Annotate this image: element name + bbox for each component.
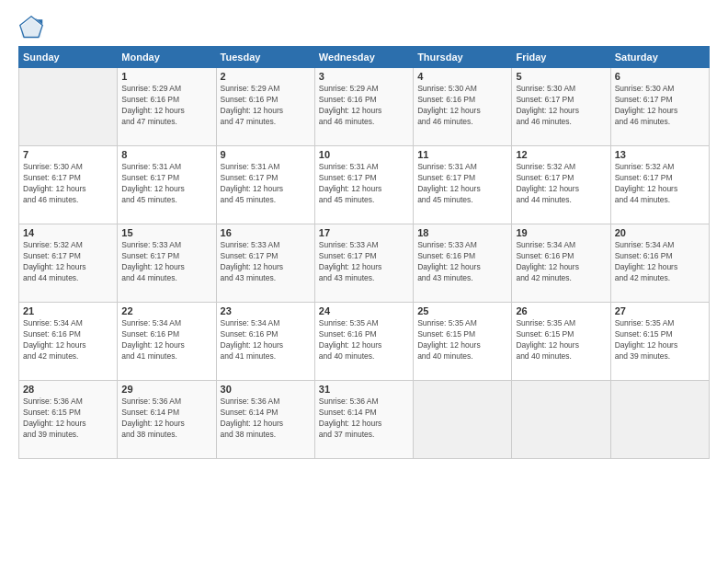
day-cell: 22Sunrise: 5:34 AM Sunset: 6:16 PM Dayli… (118, 303, 216, 381)
week-row-2: 7Sunrise: 5:30 AM Sunset: 6:17 PM Daylig… (19, 146, 710, 224)
day-number: 9 (221, 149, 311, 160)
day-number: 8 (121, 149, 211, 160)
day-number: 13 (615, 149, 705, 160)
day-cell: 16Sunrise: 5:33 AM Sunset: 6:17 PM Dayli… (216, 224, 314, 303)
day-info: Sunrise: 5:35 AM Sunset: 6:15 PM Dayligh… (516, 318, 606, 362)
day-number: 31 (319, 384, 409, 395)
day-number: 2 (221, 71, 311, 82)
day-number: 5 (516, 71, 606, 82)
day-number: 3 (319, 71, 409, 82)
day-cell: 17Sunrise: 5:33 AM Sunset: 6:17 PM Dayli… (314, 224, 413, 303)
week-row-3: 14Sunrise: 5:32 AM Sunset: 6:17 PM Dayli… (19, 224, 710, 303)
day-cell: 6Sunrise: 5:30 AM Sunset: 6:17 PM Daylig… (610, 68, 709, 146)
day-number: 23 (221, 305, 311, 316)
col-header-saturday: Saturday (610, 47, 709, 68)
logo (18, 15, 48, 40)
day-number: 28 (23, 384, 113, 395)
day-number: 16 (221, 227, 311, 238)
day-cell: 30Sunrise: 5:36 AM Sunset: 6:14 PM Dayli… (216, 381, 314, 459)
calendar-table: SundayMondayTuesdayWednesdayThursdayFrid… (18, 46, 710, 459)
day-cell: 3Sunrise: 5:29 AM Sunset: 6:16 PM Daylig… (314, 68, 413, 146)
day-number: 18 (417, 227, 507, 238)
day-info: Sunrise: 5:32 AM Sunset: 6:17 PM Dayligh… (615, 162, 705, 206)
week-row-5: 28Sunrise: 5:36 AM Sunset: 6:15 PM Dayli… (19, 381, 710, 459)
day-info: Sunrise: 5:36 AM Sunset: 6:14 PM Dayligh… (121, 396, 211, 441)
header (18, 15, 710, 40)
svg-marker-0 (22, 18, 41, 38)
day-info: Sunrise: 5:34 AM Sunset: 6:16 PM Dayligh… (516, 240, 606, 284)
logo-icon (18, 15, 44, 40)
day-cell (19, 68, 118, 146)
col-header-sunday: Sunday (19, 47, 118, 68)
col-header-friday: Friday (512, 47, 610, 68)
day-cell: 1Sunrise: 5:29 AM Sunset: 6:16 PM Daylig… (118, 68, 216, 146)
day-cell: 10Sunrise: 5:31 AM Sunset: 6:17 PM Dayli… (314, 146, 413, 224)
day-number: 19 (516, 227, 606, 238)
day-cell: 27Sunrise: 5:35 AM Sunset: 6:15 PM Dayli… (610, 303, 709, 381)
day-cell: 18Sunrise: 5:33 AM Sunset: 6:16 PM Dayli… (414, 224, 512, 303)
day-info: Sunrise: 5:33 AM Sunset: 6:16 PM Dayligh… (417, 240, 507, 284)
day-number: 10 (319, 149, 409, 160)
day-number: 24 (319, 305, 409, 316)
day-number: 6 (615, 71, 705, 82)
day-info: Sunrise: 5:35 AM Sunset: 6:15 PM Dayligh… (615, 318, 705, 362)
day-number: 11 (417, 149, 507, 160)
day-info: Sunrise: 5:31 AM Sunset: 6:17 PM Dayligh… (221, 162, 311, 206)
day-info: Sunrise: 5:35 AM Sunset: 6:15 PM Dayligh… (417, 318, 507, 362)
day-cell: 24Sunrise: 5:35 AM Sunset: 6:16 PM Dayli… (314, 303, 413, 381)
day-info: Sunrise: 5:30 AM Sunset: 6:17 PM Dayligh… (516, 84, 606, 128)
day-number: 4 (417, 71, 507, 82)
day-cell: 11Sunrise: 5:31 AM Sunset: 6:17 PM Dayli… (414, 146, 512, 224)
day-number: 14 (23, 227, 113, 238)
day-cell: 7Sunrise: 5:30 AM Sunset: 6:17 PM Daylig… (19, 146, 118, 224)
day-info: Sunrise: 5:33 AM Sunset: 6:17 PM Dayligh… (121, 240, 211, 284)
day-info: Sunrise: 5:32 AM Sunset: 6:17 PM Dayligh… (516, 162, 606, 206)
day-cell: 19Sunrise: 5:34 AM Sunset: 6:16 PM Dayli… (512, 224, 610, 303)
day-info: Sunrise: 5:34 AM Sunset: 6:16 PM Dayligh… (615, 240, 705, 284)
day-number: 15 (121, 227, 211, 238)
day-info: Sunrise: 5:34 AM Sunset: 6:16 PM Dayligh… (23, 318, 113, 362)
day-cell: 2Sunrise: 5:29 AM Sunset: 6:16 PM Daylig… (216, 68, 314, 146)
day-info: Sunrise: 5:36 AM Sunset: 6:15 PM Dayligh… (23, 396, 113, 441)
day-cell: 31Sunrise: 5:36 AM Sunset: 6:14 PM Dayli… (314, 381, 413, 459)
day-info: Sunrise: 5:35 AM Sunset: 6:16 PM Dayligh… (319, 318, 409, 362)
day-cell: 15Sunrise: 5:33 AM Sunset: 6:17 PM Dayli… (118, 224, 216, 303)
day-number: 29 (121, 384, 211, 395)
day-cell: 12Sunrise: 5:32 AM Sunset: 6:17 PM Dayli… (512, 146, 610, 224)
day-cell: 5Sunrise: 5:30 AM Sunset: 6:17 PM Daylig… (512, 68, 610, 146)
day-info: Sunrise: 5:31 AM Sunset: 6:17 PM Dayligh… (417, 162, 507, 206)
day-cell: 28Sunrise: 5:36 AM Sunset: 6:15 PM Dayli… (19, 381, 118, 459)
day-number: 22 (121, 305, 211, 316)
day-number: 7 (23, 149, 113, 160)
day-info: Sunrise: 5:34 AM Sunset: 6:16 PM Dayligh… (121, 318, 211, 362)
day-info: Sunrise: 5:30 AM Sunset: 6:17 PM Dayligh… (615, 84, 705, 128)
day-cell: 25Sunrise: 5:35 AM Sunset: 6:15 PM Dayli… (414, 303, 512, 381)
day-cell (512, 381, 610, 459)
day-cell: 20Sunrise: 5:34 AM Sunset: 6:16 PM Dayli… (610, 224, 709, 303)
day-cell: 8Sunrise: 5:31 AM Sunset: 6:17 PM Daylig… (118, 146, 216, 224)
day-info: Sunrise: 5:33 AM Sunset: 6:17 PM Dayligh… (221, 240, 311, 284)
day-number: 1 (121, 71, 211, 82)
day-info: Sunrise: 5:31 AM Sunset: 6:17 PM Dayligh… (319, 162, 409, 206)
day-info: Sunrise: 5:36 AM Sunset: 6:14 PM Dayligh… (221, 396, 311, 441)
col-header-thursday: Thursday (414, 47, 512, 68)
day-number: 21 (23, 305, 113, 316)
day-number: 20 (615, 227, 705, 238)
day-cell (610, 381, 709, 459)
day-number: 30 (221, 384, 311, 395)
day-info: Sunrise: 5:30 AM Sunset: 6:17 PM Dayligh… (23, 162, 113, 206)
day-info: Sunrise: 5:29 AM Sunset: 6:16 PM Dayligh… (121, 84, 211, 128)
day-number: 25 (417, 305, 507, 316)
day-cell: 4Sunrise: 5:30 AM Sunset: 6:16 PM Daylig… (414, 68, 512, 146)
day-number: 17 (319, 227, 409, 238)
day-cell: 29Sunrise: 5:36 AM Sunset: 6:14 PM Dayli… (118, 381, 216, 459)
week-row-1: 1Sunrise: 5:29 AM Sunset: 6:16 PM Daylig… (19, 68, 710, 146)
day-number: 12 (516, 149, 606, 160)
day-number: 26 (516, 305, 606, 316)
day-cell: 23Sunrise: 5:34 AM Sunset: 6:16 PM Dayli… (216, 303, 314, 381)
week-row-4: 21Sunrise: 5:34 AM Sunset: 6:16 PM Dayli… (19, 303, 710, 381)
day-number: 27 (615, 305, 705, 316)
col-header-wednesday: Wednesday (314, 47, 413, 68)
day-cell: 21Sunrise: 5:34 AM Sunset: 6:16 PM Dayli… (19, 303, 118, 381)
day-cell: 13Sunrise: 5:32 AM Sunset: 6:17 PM Dayli… (610, 146, 709, 224)
